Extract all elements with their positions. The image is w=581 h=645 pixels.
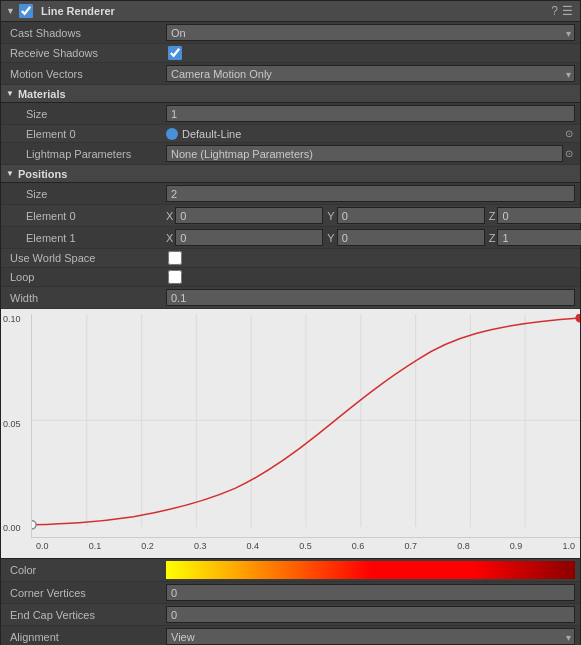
- pos-element0-y-item: Y: [327, 207, 484, 224]
- curve-y-label-mid: 0.05: [3, 419, 29, 429]
- pos-element0-y-label: Y: [327, 210, 334, 222]
- corner-vertices-value: [166, 584, 575, 601]
- positions-collapse-icon: ▼: [6, 169, 14, 178]
- help-icon[interactable]: ?: [549, 4, 560, 18]
- width-label: Width: [6, 292, 166, 304]
- svg-point-10: [32, 521, 36, 529]
- collapse-icon[interactable]: ▼: [6, 6, 15, 16]
- pos-element0-row: Element 0 X Y Z: [1, 205, 580, 227]
- color-row: Color: [1, 559, 580, 582]
- pos-element1-xyz: X Y Z: [166, 229, 581, 246]
- curve-x-8: 0.8: [457, 541, 470, 555]
- alignment-value: View TransformZ ▾: [166, 628, 575, 645]
- alignment-select[interactable]: View TransformZ: [166, 628, 575, 645]
- loop-value: [166, 270, 575, 284]
- pos-element0-label: Element 0: [6, 210, 166, 222]
- cast-shadows-label: Cast Shadows: [6, 27, 166, 39]
- pos-size-value: [166, 185, 575, 202]
- curve-x-0: 0.0: [36, 541, 49, 555]
- cast-shadows-select[interactable]: On Off Two Sided Shadows Only: [166, 24, 575, 41]
- lightmap-params-select-btn[interactable]: ⊙: [563, 148, 575, 159]
- cast-shadows-select-wrapper: On Off Two Sided Shadows Only ▾: [166, 24, 575, 41]
- curve-x-6: 0.6: [352, 541, 365, 555]
- pos-element1-z-label: Z: [489, 232, 496, 244]
- materials-section-label: Materials: [18, 88, 66, 100]
- alignment-select-wrapper: View TransformZ ▾: [166, 628, 575, 645]
- menu-icon[interactable]: ☰: [560, 4, 575, 18]
- alignment-row: Alignment View TransformZ ▾: [1, 626, 580, 645]
- curve-y-labels: 0.10 0.05 0.00: [1, 309, 31, 538]
- component-enable-checkbox[interactable]: [19, 4, 33, 18]
- pos-element0-z-item: Z: [489, 207, 581, 224]
- use-world-space-label: Use World Space: [6, 252, 166, 264]
- mat-size-label: Size: [6, 108, 166, 120]
- lightmap-params-label: Lightmap Parameters: [6, 148, 166, 160]
- end-cap-vertices-value: [166, 606, 575, 623]
- motion-vectors-select[interactable]: Camera Motion Only Per Object Motion For…: [166, 65, 575, 82]
- use-world-space-checkbox[interactable]: [168, 251, 182, 265]
- pos-size-input[interactable]: [166, 185, 575, 202]
- curve-y-label-bot: 0.00: [3, 523, 29, 533]
- corner-vertices-input[interactable]: [166, 584, 575, 601]
- motion-vectors-value: Camera Motion Only Per Object Motion For…: [166, 65, 575, 82]
- mat-element0-label: Element 0: [6, 128, 166, 140]
- pos-element1-x-input[interactable]: [175, 229, 323, 246]
- lightmap-params-value: None (Lightmap Parameters) ⊙: [166, 145, 575, 162]
- loop-label: Loop: [6, 271, 166, 283]
- curve-svg: [32, 314, 580, 537]
- receive-shadows-value: [166, 46, 575, 60]
- loop-checkbox[interactable]: [168, 270, 182, 284]
- pos-element1-y-item: Y: [327, 229, 484, 246]
- pos-element1-row: Element 1 X Y Z: [1, 227, 580, 249]
- header-icons: ? ☰: [549, 4, 575, 18]
- svg-point-11: [576, 314, 580, 322]
- motion-vectors-row: Motion Vectors Camera Motion Only Per Ob…: [1, 63, 580, 85]
- component-title: Line Renderer: [41, 5, 115, 17]
- materials-collapse-icon: ▼: [6, 89, 14, 98]
- pos-element1-y-input[interactable]: [337, 229, 485, 246]
- motion-vectors-select-wrapper: Camera Motion Only Per Object Motion For…: [166, 65, 575, 82]
- curve-x-5: 0.5: [299, 541, 312, 555]
- width-value: [166, 289, 575, 306]
- pos-element1-z-item: Z: [489, 229, 581, 246]
- pos-element1-x-label: X: [166, 232, 173, 244]
- mat-size-value: [166, 105, 575, 122]
- color-value[interactable]: [166, 561, 575, 579]
- mat-size-input[interactable]: [166, 105, 575, 122]
- cast-shadows-row: Cast Shadows On Off Two Sided Shadows On…: [1, 22, 580, 44]
- pos-element0-xyz: X Y Z: [166, 207, 581, 224]
- pos-element0-x-input[interactable]: [175, 207, 323, 224]
- materials-section-header[interactable]: ▼ Materials: [1, 85, 580, 103]
- pos-size-row: Size: [1, 183, 580, 205]
- curve-area[interactable]: 0.10 0.05 0.00: [1, 309, 580, 559]
- corner-vertices-row: Corner Vertices: [1, 582, 580, 604]
- pos-element0-z-label: Z: [489, 210, 496, 222]
- line-renderer-panel: ▼ Line Renderer ? ☰ Cast Shadows On Off …: [0, 0, 581, 645]
- curve-x-4: 0.4: [247, 541, 260, 555]
- positions-section-label: Positions: [18, 168, 68, 180]
- positions-section-header[interactable]: ▼ Positions: [1, 165, 580, 183]
- mat-element0-value: Default-Line ⊙: [166, 128, 575, 140]
- lightmap-params-text: None (Lightmap Parameters): [166, 145, 563, 162]
- end-cap-vertices-input[interactable]: [166, 606, 575, 623]
- end-cap-vertices-row: End Cap Vertices: [1, 604, 580, 626]
- motion-vectors-label: Motion Vectors: [6, 68, 166, 80]
- width-input[interactable]: [166, 289, 575, 306]
- curve-x-labels: 0.0 0.1 0.2 0.3 0.4 0.5 0.6 0.7 0.8 0.9 …: [31, 538, 580, 558]
- pos-element0-z-input[interactable]: [497, 207, 581, 224]
- curve-y-label-top: 0.10: [3, 314, 29, 324]
- cast-shadows-value: On Off Two Sided Shadows Only ▾: [166, 24, 575, 41]
- pos-element1-z-input[interactable]: [497, 229, 581, 246]
- pos-element0-y-input[interactable]: [337, 207, 485, 224]
- receive-shadows-label: Receive Shadows: [6, 47, 166, 59]
- receive-shadows-checkbox[interactable]: [168, 46, 182, 60]
- mat-element0-select-btn[interactable]: ⊙: [563, 128, 575, 139]
- curve-canvas[interactable]: [31, 314, 580, 538]
- pos-element1-y-label: Y: [327, 232, 334, 244]
- mat-element0-row: Element 0 Default-Line ⊙: [1, 125, 580, 143]
- color-label: Color: [6, 564, 166, 576]
- loop-row: Loop: [1, 268, 580, 287]
- end-cap-vertices-label: End Cap Vertices: [6, 609, 166, 621]
- curve-x-7: 0.7: [404, 541, 417, 555]
- color-gradient-bar[interactable]: [166, 561, 575, 579]
